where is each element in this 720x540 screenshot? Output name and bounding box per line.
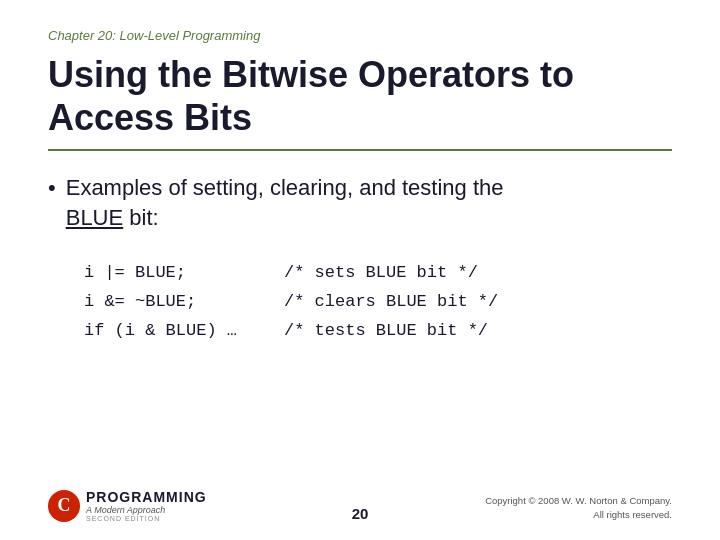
code-line-1: i |= BLUE; /* sets BLUE bit */ <box>84 259 672 288</box>
slide-title: Using the Bitwise Operators to Access Bi… <box>48 53 672 151</box>
footer-copyright: Copyright © 2008 W. W. Norton & Company.… <box>485 494 672 523</box>
bullet-underline-word: BLUE <box>66 205 123 230</box>
slide: Chapter 20: Low-Level Programming Using … <box>0 0 720 540</box>
page-number: 20 <box>352 505 369 522</box>
code-stmt-2: i &= ~BLUE; <box>84 288 284 317</box>
copyright-line2: All rights reserved. <box>485 508 672 522</box>
code-comment-1: /* sets BLUE bit */ <box>284 259 478 288</box>
code-line-3: if (i & BLUE) … /* tests BLUE bit */ <box>84 317 672 346</box>
chapter-label: Chapter 20: Low-Level Programming <box>48 28 672 43</box>
code-block: i |= BLUE; /* sets BLUE bit */ i &= ~BLU… <box>84 259 672 346</box>
bullet-text-after: bit: <box>123 205 158 230</box>
code-comment-2: /* clears BLUE bit */ <box>284 288 498 317</box>
bullet-item: • Examples of setting, clearing, and tes… <box>48 173 672 232</box>
content-area: • Examples of setting, clearing, and tes… <box>48 173 672 520</box>
copyright-line1: Copyright © 2008 W. W. Norton & Company. <box>485 494 672 508</box>
bullet-text-before: Examples of setting, clearing, and testi… <box>66 175 504 200</box>
code-stmt-1: i |= BLUE; <box>84 259 284 288</box>
bullet-dot: • <box>48 175 56 201</box>
code-comment-3: /* tests BLUE bit */ <box>284 317 488 346</box>
bullet-text: Examples of setting, clearing, and testi… <box>66 173 504 232</box>
code-stmt-3: if (i & BLUE) … <box>84 317 284 346</box>
code-line-2: i &= ~BLUE; /* clears BLUE bit */ <box>84 288 672 317</box>
